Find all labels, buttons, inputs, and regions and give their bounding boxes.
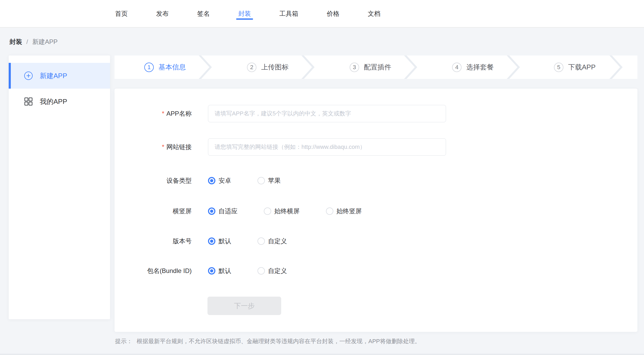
sidebar-item-label: 新建APP (40, 71, 67, 80)
field-label: 包名(Bundle ID) (115, 267, 192, 275)
radio-icon (208, 177, 215, 184)
required-mark: * (162, 143, 164, 150)
radio-icon (257, 237, 265, 245)
step-upload-icon[interactable]: 2 上传图标 (247, 55, 289, 79)
step-number: 1 (144, 63, 154, 72)
step-label: 下载APP (568, 63, 596, 72)
form-row-app-name: *APP名称 (115, 105, 637, 122)
grid-icon (24, 97, 33, 106)
chevron-separator-icon (402, 55, 418, 79)
radio-icon (264, 207, 271, 215)
step-number: 3 (350, 63, 359, 72)
radio-android[interactable]: 安卓 (208, 176, 231, 185)
nav-item-docs[interactable]: 文档 (368, 0, 380, 27)
plus-circle-icon (24, 71, 33, 80)
field-label: *APP名称 (115, 109, 192, 118)
nav-item-price[interactable]: 价格 (327, 0, 339, 27)
radio-landscape[interactable]: 始终横屏 (264, 207, 300, 215)
breadcrumb-section[interactable]: 封装 (9, 38, 22, 46)
breadcrumb-current: 新建APP (32, 38, 58, 46)
field-label: *网站链接 (115, 143, 192, 151)
form-row-device-type: 设备类型 安卓 苹果 (115, 177, 637, 185)
radio-icon (208, 207, 215, 215)
chevron-separator-icon (505, 55, 521, 79)
sidebar-item-new-app[interactable]: 新建APP (9, 63, 110, 89)
platform-rules-tip: 提示： 根据最新平台规则，不允许区块链虚拟币、金融理财类等违规内容在平台封装，一… (115, 337, 420, 345)
radio-version-default[interactable]: 默认 (208, 237, 231, 245)
step-number: 5 (554, 63, 563, 72)
field-label: 设备类型 (115, 176, 192, 185)
step-number: 2 (247, 63, 256, 72)
chevron-separator-icon (300, 55, 315, 79)
field-label: 横竖屏 (115, 207, 192, 215)
nav-item-publish[interactable]: 发布 (156, 0, 169, 27)
form-row-site-url: *网站链接 (115, 138, 637, 156)
step-label: 上传图标 (261, 63, 289, 72)
field-label: 版本号 (115, 237, 192, 245)
step-number: 4 (452, 63, 462, 72)
radio-bundle-custom[interactable]: 自定义 (257, 267, 287, 275)
chevron-separator-icon (608, 55, 623, 79)
radio-version-custom[interactable]: 自定义 (257, 237, 287, 245)
radio-icon (208, 267, 215, 275)
step-download-app[interactable]: 5 下载APP (554, 55, 596, 79)
chevron-separator-icon (197, 55, 213, 79)
bundle-id-radio-group: 默认 自定义 (208, 267, 287, 275)
app-name-input[interactable] (208, 105, 446, 122)
radio-icon (208, 237, 215, 245)
bottom-edge-strip (0, 354, 644, 355)
step-label: 配置插件 (364, 63, 391, 72)
radio-portrait[interactable]: 始终竖屏 (326, 207, 362, 215)
form-row-version: 版本号 默认 自定义 (115, 237, 637, 245)
new-app-form: *APP名称 *网站链接 设备类型 安卓 苹果 横竖屏 自适应 始终横屏 始终竖… (115, 89, 637, 332)
tip-text: 根据最新平台规则，不允许区块链虚拟币、金融理财类等违规内容在平台封装，一经发现，… (137, 337, 420, 345)
sidebar-item-my-app[interactable]: 我的APP (9, 89, 110, 114)
orientation-radio-group: 自适应 始终横屏 始终竖屏 (208, 207, 362, 215)
tip-label: 提示： (115, 337, 132, 345)
main-nav: 首页 发布 签名 封装 工具箱 价格 文档 (0, 0, 644, 27)
radio-icon (257, 177, 265, 184)
sidebar: 新建APP 我的APP (9, 55, 110, 319)
device-type-radio-group: 安卓 苹果 (208, 176, 281, 185)
radio-icon (326, 207, 333, 215)
nav-item-home[interactable]: 首页 (115, 0, 128, 27)
radio-bundle-default[interactable]: 默认 (208, 267, 231, 275)
top-header: 首页 发布 签名 封装 工具箱 价格 文档 (0, 0, 644, 28)
nav-item-toolbox[interactable]: 工具箱 (279, 0, 298, 27)
next-step-button[interactable]: 下一步 (207, 297, 281, 315)
radio-ios[interactable]: 苹果 (257, 176, 281, 185)
step-configure-plugins[interactable]: 3 配置插件 (350, 55, 391, 79)
nav-item-sign[interactable]: 签名 (197, 0, 210, 27)
sidebar-item-label: 我的APP (40, 97, 67, 106)
form-row-bundle-id: 包名(Bundle ID) 默认 自定义 (115, 267, 637, 275)
site-url-input[interactable] (208, 138, 446, 156)
form-row-orientation: 横竖屏 自适应 始终横屏 始终竖屏 (115, 207, 637, 215)
step-select-plan[interactable]: 4 选择套餐 (452, 55, 494, 79)
step-wizard: 1 基本信息 2 上传图标 3 配置插件 4 选择套餐 5 下载APP (115, 55, 637, 79)
step-label: 选择套餐 (466, 63, 494, 72)
breadcrumb: 封装 / 新建APP (9, 38, 58, 46)
version-radio-group: 默认 自定义 (208, 237, 287, 245)
step-label: 基本信息 (158, 63, 186, 72)
step-basic-info[interactable]: 1 基本信息 (144, 55, 186, 79)
radio-icon (257, 267, 265, 275)
required-mark: * (162, 110, 164, 117)
nav-item-package[interactable]: 封装 (238, 0, 251, 27)
breadcrumb-separator: / (26, 38, 28, 45)
radio-auto[interactable]: 自适应 (208, 207, 237, 215)
